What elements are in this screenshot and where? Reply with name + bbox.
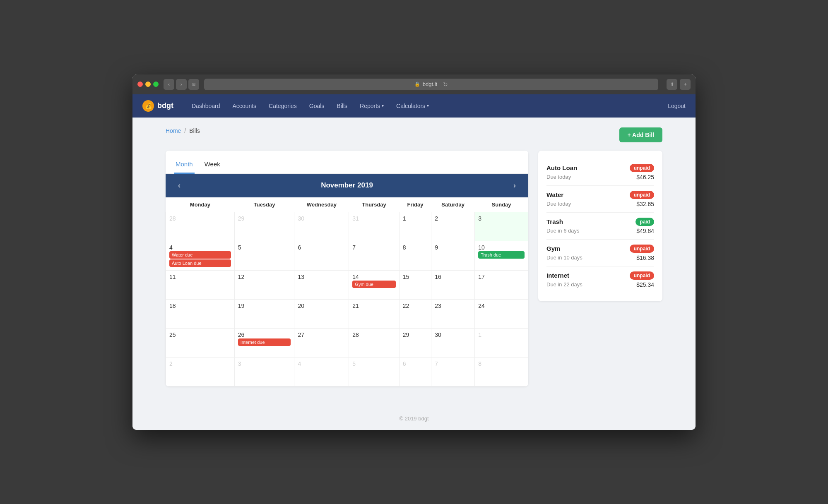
calendar-row-4: 18 19 20 21 22 23 24 [166,299,528,328]
fullscreen-button[interactable] [153,82,159,87]
page-footer: © 2019 bdgt [132,407,696,430]
calendar-day: 30 [431,328,475,357]
calendar-day-today: 3 [475,212,528,241]
back-button[interactable]: ‹ [164,79,174,90]
nav-links: Dashboard Accounts Categories Goals Bill… [187,99,668,113]
minimize-button[interactable] [145,82,151,87]
bill-amount-trash: $49.84 [636,228,654,234]
col-tuesday: Tuesday [234,197,294,212]
calendar-day: 31 [349,212,399,241]
bill-item-trash: Trash paid Due in 6 days $49.84 [546,213,654,240]
calendar-day: 7 [431,357,475,386]
calendar-day: 21 [349,299,399,328]
calendar-day: 11 [166,270,235,299]
calendar-day: 20 [294,299,349,328]
calendar-day: 1 [475,328,528,357]
calendar-day: 6 [294,241,349,270]
reload-icon[interactable]: ↻ [443,81,448,88]
app-logo-text: bdgt [157,101,173,110]
calendar-month-title: November 2019 [321,181,373,190]
nav-reports[interactable]: Reports ▾ [355,99,389,113]
calendar-day: 14 Gym due [349,270,399,299]
calendar-day: 16 [431,270,475,299]
bill-amount-internet: $25.34 [636,281,654,288]
add-tab-button[interactable]: ＋ [680,79,691,90]
browser-chrome: ‹ › ⊞ 🔒 bdgt.it ↻ ⬆ ＋ [132,74,696,94]
footer-copyright: © 2019 bdgt [399,415,428,422]
bill-item-water: Water unpaid Due today $32.65 [546,186,654,213]
close-button[interactable] [137,82,143,87]
bill-name-gym: Gym [546,245,560,252]
bill-event-trash[interactable]: Trash due [478,251,525,259]
traffic-lights [137,82,159,87]
bill-status-trash: paid [635,218,654,226]
lock-icon: 🔒 [414,82,420,87]
calendar-row-6: 2 3 4 5 6 7 8 [166,357,528,386]
calendar-day: 6 [399,357,431,386]
calendar-grid: Monday Tuesday Wednesday Thursday Friday… [166,197,528,386]
breadcrumb-current: Bills [189,127,200,134]
logout-link[interactable]: Logout [668,103,686,109]
calendar-prev-button[interactable]: ‹ [174,180,185,192]
calendar-day: 18 [166,299,235,328]
nav-calculators[interactable]: Calculators ▾ [391,99,434,113]
nav-goals[interactable]: Goals [304,99,330,113]
main-layout: Month Week ‹ November 2019 › Monday Tues… [166,151,662,386]
reports-dropdown-arrow: ▾ [382,103,384,108]
bill-due-auto-loan: Due today [546,174,571,180]
bill-event-water[interactable]: Water due [169,251,231,259]
calendar-day: 29 [234,212,294,241]
breadcrumb-separator: / [184,127,186,134]
nav-accounts[interactable]: Accounts [227,99,261,113]
tab-button[interactable]: ⊞ [188,79,199,90]
breadcrumb-home[interactable]: Home [166,127,181,134]
calendar-day: 26 Internet due [234,328,294,357]
add-bill-button[interactable]: + Add Bill [619,127,662,142]
calendar-day: 24 [475,299,528,328]
bill-amount-gym: $16.38 [636,254,654,261]
tab-week[interactable]: Week [203,157,222,174]
calendar-day: 22 [399,299,431,328]
bill-status-internet: unpaid [630,271,654,280]
calendar-day: 3 [234,357,294,386]
calendar-row-5: 25 26 Internet due 27 28 29 30 1 [166,328,528,357]
bill-event-gym[interactable]: Gym due [352,281,395,288]
bill-due-internet: Due in 22 days [546,281,582,288]
col-sunday: Sunday [475,197,528,212]
nav-dashboard[interactable]: Dashboard [187,99,225,113]
col-monday: Monday [166,197,235,212]
bill-status-auto-loan: unpaid [630,164,654,172]
bill-due-trash: Due in 6 days [546,228,580,234]
calendar-day: 23 [431,299,475,328]
calendar-day: 5 [349,357,399,386]
app-logo[interactable]: 💰 bdgt [142,100,173,112]
calendar-tabs: Month Week [166,151,528,174]
address-bar[interactable]: 🔒 bdgt.it ↻ [204,79,658,90]
bill-status-gym: unpaid [630,245,654,253]
bill-item-auto-loan: Auto Loan unpaid Due today $46.25 [546,159,654,186]
calendar-day: 2 [431,212,475,241]
calendar-day: 7 [349,241,399,270]
calendar-day: 12 [234,270,294,299]
bill-event-internet[interactable]: Internet due [238,338,291,346]
calendar-next-button[interactable]: › [509,180,520,192]
calendar-day: 17 [475,270,528,299]
col-thursday: Thursday [349,197,399,212]
bill-name-water: Water [546,191,563,198]
share-button[interactable]: ⬆ [667,79,677,90]
bill-due-water: Due today [546,201,571,207]
nav-bills[interactable]: Bills [332,99,352,113]
bill-name-internet: Internet [546,272,569,279]
bill-amount-water: $32.65 [636,201,654,207]
nav-categories[interactable]: Categories [264,99,302,113]
app-navbar: 💰 bdgt Dashboard Accounts Categories Goa… [132,94,696,118]
calendar-day: 2 [166,357,235,386]
bill-item-gym: Gym unpaid Due in 10 days $16.38 [546,240,654,266]
calendar-day: 27 [294,328,349,357]
forward-button[interactable]: › [176,79,187,90]
bill-event-autoloan[interactable]: Auto Loan due [169,259,231,267]
bill-status-water: unpaid [630,191,654,199]
tab-month[interactable]: Month [174,157,195,174]
bill-amount-auto-loan: $46.25 [636,174,654,180]
calendar-day: 13 [294,270,349,299]
